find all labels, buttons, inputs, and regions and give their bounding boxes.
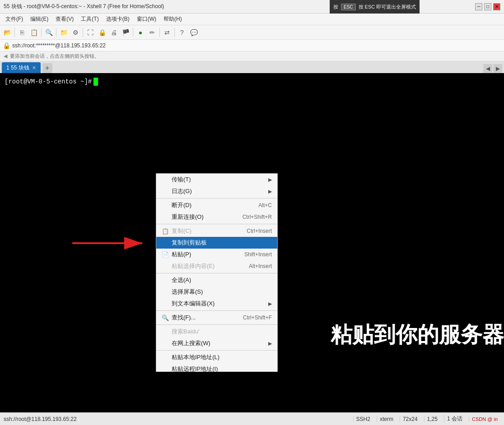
cm-sep-6 [156, 350, 277, 351]
cm-sep-5 [156, 324, 277, 325]
new-tab-button[interactable]: + [42, 63, 52, 73]
hint-suffix: 按 ESC 即可退出全屏模式 [359, 4, 416, 10]
info-text: 要添加当前会话，点击左侧的箭头按钮。 [10, 53, 99, 60]
active-tab[interactable]: 1 55 块钱 ✕ [2, 62, 41, 73]
status-dimensions: 72x24 [400, 416, 420, 422]
status-bar: ssh://root@118.195.193.65:22 SSH2 xterm … [0, 412, 504, 425]
info-arrow-icon: ◀ [4, 53, 7, 59]
cm-text-editor[interactable]: 到文本编辑器(X) ▶ [156, 298, 277, 310]
toolbar-sep-5 [133, 28, 133, 37]
toolbar-chat[interactable]: 💬 [188, 27, 199, 38]
cm-sep-2 [156, 224, 277, 224]
title-bar: 按 ESC 按 ESC 即可退出全屏模式 55 块钱 - root@VM-0-5… [0, 0, 504, 14]
toolbar-sep-1 [14, 28, 15, 37]
status-position: 1,25 [424, 416, 440, 422]
cm-disconnect[interactable]: 断开(D) Alt+C [156, 199, 277, 211]
esc-button[interactable]: ESC [341, 4, 356, 10]
toolbar-sep-2 [41, 28, 42, 37]
menu-edit[interactable]: 编辑(E) [27, 14, 52, 24]
status-csdn: CSDN @ in [469, 416, 500, 422]
toolbar-gear[interactable]: ⚙ [70, 27, 81, 38]
cm-sep-4 [156, 310, 277, 311]
toolbar-transfer[interactable]: ⇄ [162, 27, 173, 38]
cm-select-all[interactable]: 全选(A) [156, 274, 277, 286]
cm-search-baidu: 搜索Baidu' [156, 326, 277, 337]
toolbar-sep-6 [159, 28, 160, 37]
menu-tabs[interactable]: 选项卡(B) [103, 14, 133, 24]
tab-bar: 1 55 块钱 ✕ + ◀ ▶ [0, 61, 504, 74]
cm-sep-3 [156, 273, 277, 273]
cm-copy: 📋 复制(C) Ctrl+Insert [156, 225, 277, 237]
toolbar-expand[interactable]: ⛶ [85, 27, 96, 38]
toolbar-sep-4 [83, 28, 83, 37]
title-text: 55 块钱 - root@VM-0-5-centos:~ - Xshell 7 … [4, 3, 164, 10]
terminal-cursor [93, 78, 98, 86]
menu-view[interactable]: 查看(V) [52, 14, 77, 24]
toolbar-paste[interactable]: 📋 [28, 27, 39, 38]
cm-paste-selection: 粘贴选择内容(E) Alt+Insert [156, 260, 277, 272]
cm-paste[interactable]: 📄 粘贴(P) Shift+Insert [156, 249, 277, 260]
context-menu: 传输(T) ▶ 日志(G) ▶ 断开(D) Alt+C 重新连接(O) Ctrl… [156, 173, 278, 372]
tab-close-button[interactable]: ✕ [32, 65, 36, 71]
menu-file[interactable]: 文件(F) [2, 14, 27, 24]
big-text-overlay: 粘贴到你的服务器 [331, 320, 504, 349]
cm-paste-local-ip[interactable]: 粘贴本地IP地址(L) [156, 351, 277, 363]
menu-help[interactable]: 帮助(H) [160, 14, 186, 24]
menu-window[interactable]: 窗口(W) [133, 14, 160, 24]
toolbar-new[interactable]: 📂 [2, 27, 13, 38]
status-sessions: 1 会话 [444, 415, 465, 423]
minimize-button[interactable]: ─ [475, 3, 482, 10]
toolbar-lock[interactable]: 🔒 [97, 27, 107, 38]
tab-nav-right[interactable]: ▶ [493, 64, 502, 73]
menu-bar: 文件(F) 编辑(E) 查看(V) 工具(T) 选项卡(B) 窗口(W) 帮助(… [0, 14, 504, 25]
toolbar-help[interactable]: ? [177, 27, 187, 38]
cm-transfer[interactable]: 传输(T) ▶ [156, 174, 277, 185]
toolbar-find[interactable]: 🔍 [43, 27, 54, 38]
cm-select-screen[interactable]: 选择屏幕(S) [156, 286, 277, 298]
cm-log[interactable]: 日志(G) ▶ [156, 185, 277, 197]
hint-prefix: 按 [333, 4, 338, 10]
prompt-text: [root@VM-0-5-centos ~]# [5, 78, 92, 85]
cm-copy-clipboard[interactable]: 复制到剪贴板 [156, 237, 277, 249]
status-protocol: SSH2 [353, 416, 373, 422]
window-controls: ─ □ ✕ [475, 3, 500, 10]
tab-nav-left[interactable]: ◀ [483, 64, 492, 73]
toolbar-print[interactable]: 🖨 [108, 27, 119, 38]
toolbar-sep-7 [174, 28, 175, 37]
toolbar-sep-3 [56, 28, 56, 37]
cm-search-web[interactable]: 在网上搜索(W) ▶ [156, 337, 277, 349]
address-bar: 🔒 ssh://root:*********@118.195.193.65:22 [0, 40, 504, 51]
info-bar: ◀ 要添加当前会话，点击左侧的箭头按钮。 [0, 51, 504, 61]
toolbar-folder[interactable]: 📁 [58, 27, 69, 38]
lock-icon: 🔒 [3, 42, 10, 49]
fullscreen-hint-bar: 按 ESC 按 ESC 即可退出全屏模式 [330, 0, 420, 14]
cm-reconnect[interactable]: 重新连接(O) Ctrl+Shift+R [156, 211, 277, 223]
red-arrow [68, 234, 149, 252]
cm-find[interactable]: 🔍 查找(F)... Ctrl+Shift+F [156, 312, 277, 323]
toolbar-green-dot[interactable]: ● [135, 27, 146, 38]
toolbar: 📂 ⎘ 📋 🔍 📁 ⚙ ⛶ 🔒 🖨 🏴 ● ✏ ⇄ ? 💬 [0, 25, 504, 40]
menu-tools[interactable]: 工具(T) [77, 14, 102, 24]
close-button[interactable]: ✕ [493, 3, 500, 10]
status-term: xterm [377, 416, 396, 422]
toolbar-pencil[interactable]: ✏ [147, 27, 158, 38]
main-area: [root@VM-0-5-centos ~]# 传输(T) ▶ 日志(G) ▶ … [0, 74, 504, 372]
cm-sep-1 [156, 198, 277, 199]
tab-label: 1 55 块钱 [6, 64, 29, 72]
status-ssh-address: ssh://root@118.195.193.65:22 [4, 416, 350, 422]
ssh-address: ssh://root:*********@118.195.193.65:22 [12, 42, 106, 49]
toolbar-flag[interactable]: 🏴 [120, 27, 131, 38]
maximize-button[interactable]: □ [484, 3, 491, 10]
tab-nav-arrows: ◀ ▶ [483, 64, 502, 73]
toolbar-copy[interactable]: ⎘ [17, 27, 28, 38]
terminal-prompt: [root@VM-0-5-centos ~]# [5, 78, 499, 86]
cm-paste-remote-ip[interactable]: 粘贴远程IP地址(I) [156, 363, 277, 372]
